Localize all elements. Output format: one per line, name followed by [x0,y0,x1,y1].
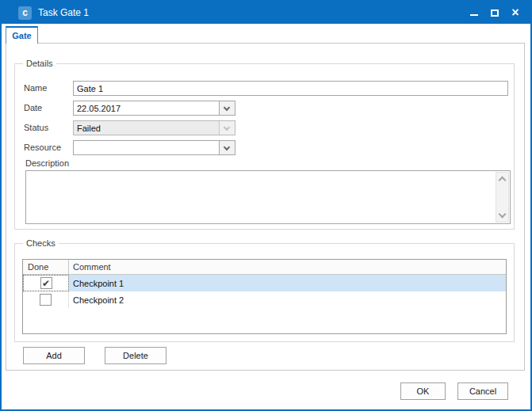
checks-group-label: Checks [23,238,59,249]
checkbox-unchecked[interactable] [40,294,52,306]
title-bar: c Task Gate 1 × [2,2,530,24]
table-row[interactable]: ✔ Checkpoint 1 [23,275,506,291]
status-label: Status [24,123,48,132]
done-cell [23,291,69,308]
resource-value [74,141,219,154]
status-combobox: Failed [73,120,235,135]
window-controls: × [464,2,526,24]
chevron-down-icon [224,105,230,111]
description-scrollbar[interactable] [496,172,509,223]
table-row[interactable]: Checkpoint 2 [23,291,506,308]
maximize-button[interactable] [484,2,505,24]
ok-button[interactable]: OK [400,382,446,400]
column-header-done[interactable]: Done [23,260,69,274]
minimize-button[interactable] [464,2,484,24]
resource-combobox[interactable] [73,140,235,155]
cancel-button[interactable]: Cancel [457,382,508,400]
details-group-label: Details [23,59,56,69]
date-label: Date [24,103,42,112]
resource-label: Resource [24,143,61,152]
status-value: Failed [74,121,219,135]
chevron-down-icon [224,124,230,131]
column-header-comment[interactable]: Comment [69,260,506,274]
close-icon: × [511,6,519,19]
app-icon: c [18,6,32,20]
scroll-down-icon[interactable] [499,211,507,219]
done-cell: ✔ [23,275,69,291]
scroll-up-icon[interactable] [499,177,507,185]
delete-button[interactable]: Delete [105,347,166,364]
date-value: 22.05.2017 [74,101,219,115]
dialog-window: c Task Gate 1 × Gate Details Name Date 2… [0,0,532,411]
add-button[interactable]: Add [23,347,85,364]
resource-dropdown-button[interactable] [219,141,235,154]
description-field[interactable] [25,170,511,224]
comment-cell[interactable]: Checkpoint 2 [69,291,506,308]
comment-cell[interactable]: Checkpoint 1 [69,275,506,291]
close-button[interactable]: × [505,2,526,24]
checks-group: Checks Done Comment ✔ Checkpoint 1 C [14,243,515,342]
tab-gate-label: Gate [12,31,31,40]
name-label: Name [24,83,47,93]
tab-gate[interactable]: Gate [6,26,38,44]
status-dropdown-button [219,121,235,135]
checkbox-checked[interactable]: ✔ [40,277,52,289]
description-label: Description [25,158,69,168]
date-combobox[interactable]: 22.05.2017 [73,101,235,116]
date-dropdown-button[interactable] [219,101,235,115]
chevron-down-icon [224,144,230,150]
table-header-row: Done Comment [23,260,506,275]
minimize-icon [470,14,478,16]
checks-table: Done Comment ✔ Checkpoint 1 Checkpoint 2 [22,259,507,334]
window-title: Task Gate 1 [38,7,89,18]
maximize-icon [491,10,499,17]
details-group: Details Name Date 22.05.2017 Status Fail… [14,63,515,230]
name-field[interactable] [73,81,508,96]
tab-content-panel: Details Name Date 22.05.2017 Status Fail… [6,43,525,371]
